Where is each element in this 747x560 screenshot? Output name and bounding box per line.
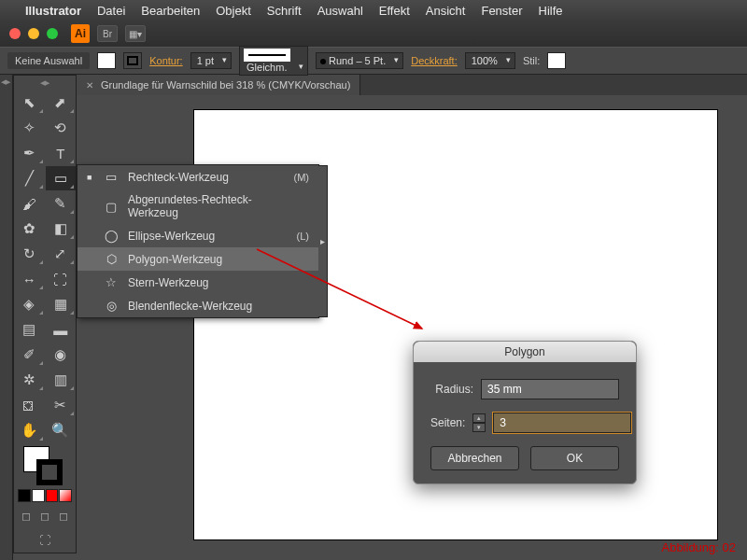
lasso-tool[interactable]: ⟲ — [46, 116, 77, 140]
menu-fenster[interactable]: Fenster — [481, 4, 522, 18]
window-zoom-button[interactable] — [47, 28, 58, 39]
line-tool[interactable]: ╱ — [14, 166, 45, 190]
magic-wand-tool[interactable]: ✧ — [14, 116, 45, 140]
paintbrush-tool[interactable]: 🖌 — [14, 191, 45, 216]
flyout-label: Polygon-Werkzeug — [128, 253, 300, 266]
sides-label: Seiten: — [430, 416, 465, 429]
slice-tool[interactable]: ✂ — [46, 393, 77, 417]
mini-swatch[interactable] — [32, 489, 45, 502]
close-tab-icon[interactable]: ✕ — [86, 80, 93, 91]
menu-auswahl[interactable]: Auswahl — [317, 4, 363, 18]
none-swatch[interactable] — [59, 489, 72, 502]
flyout-ellipse[interactable]: ◯ Ellipse-Werkzeug (L) — [78, 224, 318, 247]
flyout-tearoff-icon[interactable]: ▸ — [318, 165, 328, 317]
flyout-label: Abgerundetes-Rechteck-Werkzeug — [128, 193, 300, 219]
doc-tab-title: Grundlage für Warnschild bei 318 % (CMYK… — [101, 79, 350, 91]
menu-datei[interactable]: Datei — [97, 4, 125, 18]
draw-inside-icon[interactable]: ◻ — [54, 508, 72, 525]
stroke-color-icon[interactable] — [36, 459, 63, 485]
pencil-tool[interactable]: ✎ — [46, 191, 77, 216]
flyout-shortcut: (M) — [294, 172, 310, 183]
menu-hilfe[interactable]: Hilfe — [539, 4, 563, 18]
stroke-weight-dropdown[interactable]: 1 pt — [190, 52, 232, 69]
symbol-sprayer-tool[interactable]: ✲ — [14, 368, 45, 392]
menu-objekt[interactable]: Objekt — [216, 4, 251, 18]
blend-tool[interactable]: ◉ — [46, 343, 77, 367]
window-minimize-button[interactable] — [28, 28, 39, 39]
flare-icon: ◎ — [104, 299, 119, 313]
artboard-tool[interactable]: ⛋ — [14, 393, 45, 417]
polygon-icon: ⬡ — [104, 252, 119, 266]
collapsed-panel-left[interactable] — [0, 75, 13, 560]
mesh-tool[interactable]: ▤ — [14, 317, 45, 342]
control-bar: Keine Auswahl Kontur: 1 pt Gleichm. Rund… — [0, 47, 747, 75]
polygon-dialog: Polygon Radius: Seiten: ▴▾ Abbrechen OK — [413, 341, 637, 484]
radius-label: Radius: — [430, 383, 473, 396]
sides-input[interactable] — [493, 413, 631, 433]
gradient-tool[interactable]: ▬ — [46, 317, 77, 342]
selection-tool[interactable]: ⬉ — [14, 91, 45, 115]
menubar-app[interactable]: Illustrator — [25, 4, 81, 18]
free-transform-tool[interactable]: ⛶ — [46, 267, 77, 291]
window-close-button[interactable] — [9, 28, 21, 39]
width-tool[interactable]: ↔ — [14, 267, 45, 291]
draw-normal-icon[interactable]: ◻ — [18, 508, 35, 525]
fill-swatch[interactable] — [97, 52, 116, 69]
type-tool[interactable]: T — [46, 141, 77, 165]
stepper-down-icon[interactable]: ▾ — [472, 423, 486, 432]
doc-tab[interactable]: ✕ Grundlage für Warnschild bei 318 % (CM… — [77, 75, 360, 95]
opacity-dropdown[interactable]: 100% — [465, 52, 515, 69]
flyout-shortcut: (L) — [297, 231, 309, 242]
stroke-swatch[interactable] — [123, 52, 142, 69]
graph-tool[interactable]: ▥ — [46, 368, 77, 392]
rotate-tool[interactable]: ↻ — [14, 242, 45, 266]
toolbox-grip[interactable] — [14, 79, 76, 91]
flyout-abgerundetes[interactable]: ▢ Abgerundetes-Rechteck-Werkzeug — [78, 189, 318, 224]
rectangle-tool[interactable]: ▭ — [46, 166, 77, 190]
cancel-button[interactable]: Abbrechen — [430, 446, 519, 470]
hand-tool[interactable]: ✋ — [14, 418, 45, 442]
rectangle-icon: ▭ — [104, 170, 119, 184]
stepper-up-icon[interactable]: ▴ — [472, 413, 486, 423]
stroke-label: Kontur: — [149, 55, 182, 66]
star-icon: ☆ — [104, 275, 119, 289]
bridge-icon[interactable]: Br — [97, 25, 118, 42]
flyout-blendenflecke[interactable]: ◎ Blendenflecke-Werkzeug — [78, 294, 318, 317]
pen-tool[interactable]: ✒ — [14, 141, 45, 165]
flyout-polygon[interactable]: ⬡ Polygon-Werkzeug — [78, 247, 318, 271]
menu-effekt[interactable]: Effekt — [379, 4, 410, 18]
flyout-rechteck[interactable]: ■ ▭ Rechteck-Werkzeug (M) — [78, 165, 318, 189]
flyout-label: Ellipse-Werkzeug — [128, 230, 288, 243]
perspective-tool[interactable]: ▦ — [46, 292, 77, 316]
rounded-rect-icon: ▢ — [104, 200, 119, 214]
mini-swatch[interactable] — [18, 489, 31, 502]
brush-dropdown[interactable]: Rund – 5 Pt. — [316, 52, 403, 69]
eyedropper-tool[interactable]: ✐ — [14, 343, 45, 367]
menu-schrift[interactable]: Schrift — [267, 4, 302, 18]
screen-mode-icon[interactable]: ⛶ — [18, 532, 72, 549]
draw-behind-icon[interactable]: ◻ — [36, 508, 54, 525]
sides-stepper[interactable]: ▴▾ — [472, 413, 486, 432]
shape-builder-tool[interactable]: ◈ — [14, 292, 45, 316]
style-swatch[interactable] — [547, 52, 566, 69]
mini-swatch[interactable] — [46, 489, 59, 502]
scale-tool[interactable]: ⤢ — [46, 242, 77, 266]
opacity-label: Deckkraft: — [411, 55, 458, 66]
menu-bearbeiten[interactable]: Bearbeiten — [141, 4, 200, 18]
radius-input[interactable] — [481, 379, 619, 399]
direct-selection-tool[interactable]: ⬈ — [46, 91, 77, 115]
arrange-docs-icon[interactable]: ▦▾ — [125, 25, 146, 42]
ok-button[interactable]: OK — [530, 446, 619, 470]
blob-brush-tool[interactable]: ✿ — [14, 217, 45, 241]
toolbox: ⬉ ⬈ ✧ ⟲ ✒ T ╱ ▭ 🖌 ✎ ✿ ◧ ↻ ⤢ ↔ ⛶ ◈ ▦ ▤ ▬ … — [13, 75, 77, 553]
dash-dropdown[interactable]: Gleichm. — [239, 46, 308, 76]
flyout-stern[interactable]: ☆ Stern-Werkzeug — [78, 271, 318, 294]
fill-stroke-controls[interactable] — [14, 442, 76, 487]
app-titlebar: Ai Br ▦▾ — [0, 21, 747, 47]
menu-ansicht[interactable]: Ansicht — [426, 4, 466, 18]
figure-caption: Abbildung: 02 — [661, 540, 736, 554]
eraser-tool[interactable]: ◧ — [46, 217, 77, 241]
zoom-tool[interactable]: 🔍 — [46, 418, 77, 442]
flyout-label: Rechteck-Werkzeug — [128, 171, 285, 184]
traffic-lights — [9, 28, 58, 39]
